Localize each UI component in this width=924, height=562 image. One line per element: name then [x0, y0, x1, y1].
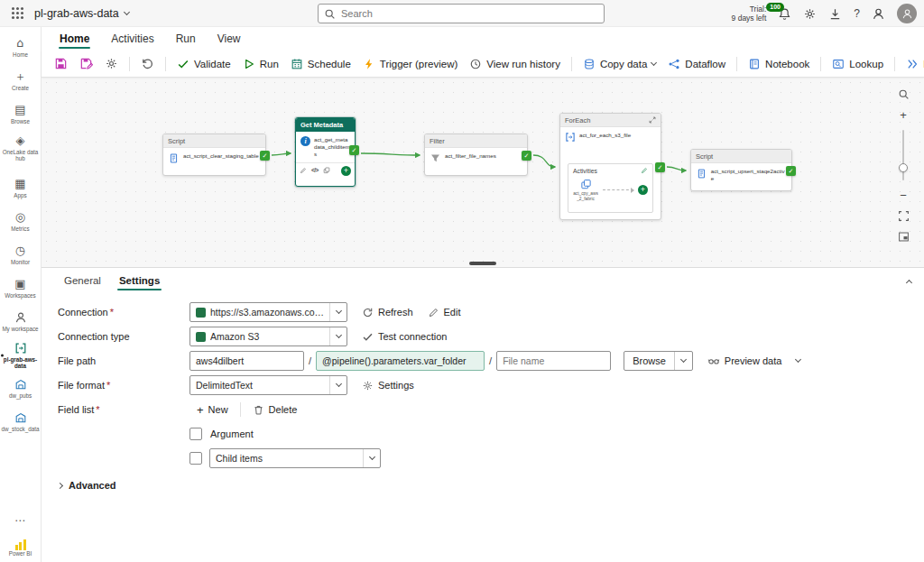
- folder-expression-input[interactable]: [316, 351, 485, 371]
- sidebar-item-home[interactable]: ⌂Home: [0, 31, 41, 64]
- clock-icon: [469, 58, 482, 70]
- search-input[interactable]: [341, 8, 598, 19]
- tab-settings[interactable]: Settings: [113, 272, 166, 293]
- panel-resize-handle[interactable]: [469, 262, 496, 265]
- child-items-checkbox[interactable]: [189, 452, 202, 465]
- dataflow-button[interactable]: Dataflow: [662, 54, 731, 74]
- zoom-slider-handle[interactable]: [899, 163, 908, 172]
- sidebar-item-metrics[interactable]: ◎Metrics: [0, 205, 41, 238]
- argument-checkbox[interactable]: [189, 428, 202, 440]
- preview-data-button[interactable]: Preview data: [700, 352, 790, 370]
- clone-activity-button[interactable]: [323, 167, 330, 174]
- zoom-out-button[interactable]: −: [900, 189, 907, 201]
- validate-button[interactable]: Validate: [171, 54, 236, 74]
- pipeline-settings-button[interactable]: [99, 53, 124, 74]
- child-items-dropdown[interactable]: Child items: [209, 448, 381, 468]
- schedule-button[interactable]: Schedule: [285, 54, 356, 74]
- settings-button[interactable]: [803, 7, 817, 21]
- browse-label[interactable]: Browse: [624, 355, 674, 366]
- invoke-pipeline-button[interactable]: Invoke Pipeline: [901, 54, 924, 74]
- account-avatar[interactable]: [897, 4, 917, 23]
- edit-activity-button[interactable]: [300, 167, 307, 174]
- refresh-label: Refresh: [378, 307, 413, 318]
- tab-run[interactable]: Run: [165, 30, 207, 51]
- trigger-button[interactable]: Trigger (preview): [357, 54, 463, 74]
- browse-split-button[interactable]: Browse: [624, 351, 693, 371]
- lookup-button[interactable]: Lookup: [827, 54, 889, 74]
- bucket-input[interactable]: [189, 351, 304, 371]
- sidebar-item-dw-pubs[interactable]: dw_pubs: [0, 372, 41, 405]
- sidebar-item-create[interactable]: ＋Create: [0, 64, 41, 97]
- child-items-row: Child items: [58, 448, 924, 468]
- advanced-expander[interactable]: Advanced: [58, 480, 924, 491]
- new-field-button[interactable]: +New: [189, 401, 236, 418]
- sidebar-item-workspaces[interactable]: ▣Workspaces: [0, 272, 41, 305]
- undo-button[interactable]: [135, 53, 160, 74]
- activity-node-script-clear-staging[interactable]: Script act_script_clear_staging_table: [162, 134, 266, 176]
- expand-icon: [649, 116, 656, 124]
- view-code-button[interactable]: </>: [311, 168, 319, 174]
- notebook-button[interactable]: Notebook: [743, 54, 815, 74]
- refresh-button[interactable]: Refresh: [355, 304, 420, 321]
- test-connection-button[interactable]: Test connection: [355, 328, 454, 345]
- file-format-dropdown[interactable]: DelimitedText: [189, 375, 347, 395]
- minimap-button[interactable]: [898, 231, 910, 243]
- downloads-button[interactable]: [828, 7, 842, 21]
- run-button[interactable]: Run: [237, 54, 284, 74]
- connection-dropdown[interactable]: https://s3.amazonaws.com john: [189, 302, 347, 322]
- view-run-history-button[interactable]: View run history: [464, 54, 566, 74]
- sidebar-item-apps[interactable]: ▦Apps: [0, 171, 41, 205]
- connection-type-dropdown[interactable]: Amazon S3: [189, 327, 347, 346]
- app-launcher-icon[interactable]: [12, 7, 23, 19]
- inner-activity-copy[interactable]: act_cpy_aws_2_fabric: [573, 179, 598, 201]
- sidebar-item-browse[interactable]: ▤Browse: [0, 97, 41, 131]
- save-button[interactable]: [49, 53, 73, 74]
- format-settings-button[interactable]: Settings: [355, 377, 421, 394]
- copy-data-button[interactable]: Copy data: [578, 54, 661, 74]
- dropdown-chevron: [329, 327, 346, 345]
- zoom-in-button[interactable]: +: [900, 109, 907, 121]
- more-items-button[interactable]: ⋯: [14, 514, 26, 527]
- tab-view[interactable]: View: [207, 30, 252, 51]
- foreach-activities-container[interactable]: Activities act_cpy_aws_2_fabric: [568, 163, 653, 213]
- zoom-slider[interactable]: [902, 130, 904, 180]
- feedback-button[interactable]: [872, 7, 885, 21]
- collapse-panel-button[interactable]: [907, 276, 911, 287]
- sidebar-item-monitor[interactable]: ◷Monitor: [0, 238, 41, 272]
- expand-foreach-button[interactable]: [649, 116, 656, 124]
- tab-general[interactable]: General: [58, 272, 107, 293]
- notifications-button[interactable]: 100: [778, 7, 791, 21]
- file-path-row: File path / / Browse Preview data: [58, 351, 924, 371]
- file-name-input[interactable]: [496, 351, 611, 371]
- history-label: View run history: [486, 59, 560, 69]
- help-button[interactable]: ?: [854, 7, 860, 20]
- tab-activities[interactable]: Activities: [100, 30, 164, 51]
- activity-node-foreach[interactable]: ForEach act_for_each_s3_file Activities: [559, 113, 661, 220]
- divider: [129, 57, 130, 71]
- zoom-to-fit-button[interactable]: [898, 210, 910, 222]
- edit-connection-button[interactable]: Edit: [420, 304, 468, 321]
- trash-icon: [253, 404, 264, 416]
- pipeline-canvas[interactable]: Script act_script_clear_staging_table Ge…: [42, 78, 924, 267]
- activity-node-filter[interactable]: Filter act_filter_file_names: [424, 134, 528, 176]
- edit-activities-button[interactable]: [641, 167, 648, 174]
- canvas-search-button[interactable]: [898, 88, 910, 100]
- path-separator: /: [309, 355, 311, 366]
- add-inner-activity-button[interactable]: [638, 185, 648, 195]
- global-search[interactable]: [318, 4, 605, 23]
- browse-menu-chevron[interactable]: [675, 352, 692, 370]
- sidebar-item-dw-stock-data[interactable]: dw_stock_data: [0, 405, 41, 438]
- sidebar-item-pipeline[interactable]: pl-grab-aws-data: [0, 338, 41, 372]
- activity-node-get-metadata[interactable]: Get Metadata act_get_metadata_childitems…: [295, 117, 356, 187]
- pipeline-title-menu[interactable]: pl-grab-aws-data: [34, 7, 129, 20]
- sidebar-item-onelake[interactable]: ◈OneLake data hub: [0, 131, 41, 164]
- delete-field-button[interactable]: Delete: [245, 401, 305, 419]
- funnel-icon: [430, 152, 441, 164]
- sidebar-item-my-workspace[interactable]: My workspace: [0, 305, 41, 338]
- success-check-badge: [260, 151, 270, 161]
- preview-options-chevron[interactable]: [789, 357, 808, 364]
- tab-home[interactable]: Home: [49, 30, 100, 51]
- save-as-button[interactable]: [74, 53, 98, 74]
- add-next-activity-button[interactable]: [341, 166, 351, 176]
- activity-node-script-upsert[interactable]: Script act_script_upsert_staqe2active: [690, 149, 792, 191]
